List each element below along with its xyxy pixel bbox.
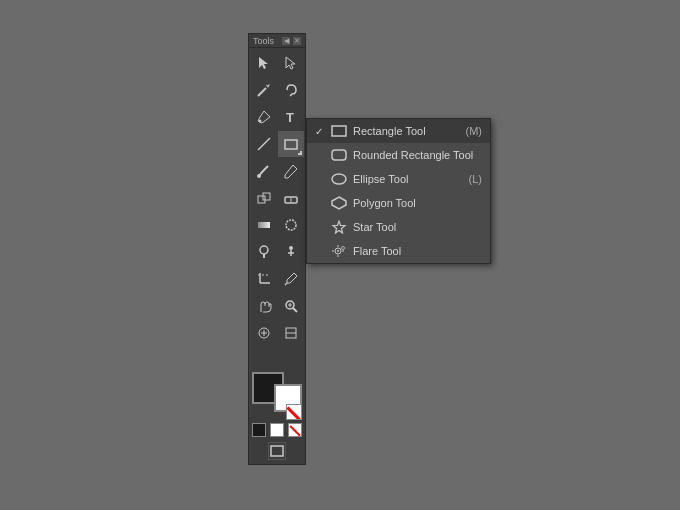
tool-pen[interactable] bbox=[251, 104, 277, 130]
star-tool-label: Star Tool bbox=[353, 221, 476, 233]
svg-point-41 bbox=[342, 247, 345, 250]
svg-rect-30 bbox=[332, 126, 346, 136]
svg-point-15 bbox=[289, 246, 293, 250]
svg-line-4 bbox=[258, 138, 270, 150]
tool-magic-wand[interactable] bbox=[251, 77, 277, 103]
svg-line-21 bbox=[285, 283, 287, 285]
flyout-item-rectangle[interactable]: ✓ Rectangle Tool (M) bbox=[307, 119, 490, 143]
rounded-rectangle-icon bbox=[331, 147, 347, 163]
svg-line-0 bbox=[258, 88, 266, 96]
tool-type[interactable]: T bbox=[278, 104, 304, 130]
svg-text:T: T bbox=[286, 110, 294, 125]
close-button[interactable]: ✕ bbox=[293, 37, 301, 45]
flare-icon bbox=[331, 243, 347, 259]
flare-tool-label: Flare Tool bbox=[353, 245, 476, 257]
toolbar-panel: Tools ◀ ✕ T bbox=[248, 33, 306, 465]
toolbar-bottom bbox=[249, 368, 305, 464]
svg-point-6 bbox=[257, 174, 261, 178]
tools-grid: T bbox=[249, 48, 305, 368]
ellipse-tool-shortcut: (L) bbox=[469, 173, 482, 185]
svg-rect-29 bbox=[271, 446, 283, 456]
tool-blur[interactable] bbox=[278, 212, 304, 238]
star-icon bbox=[331, 219, 347, 235]
svg-marker-33 bbox=[332, 197, 346, 209]
flyout-menu: ✓ Rectangle Tool (M) Rounded Rectangle T… bbox=[306, 118, 491, 264]
tool-eyedropper[interactable] bbox=[278, 266, 304, 292]
svg-rect-5 bbox=[285, 140, 297, 149]
tool-pencil[interactable] bbox=[278, 158, 304, 184]
tool-flyout-arrow bbox=[298, 151, 302, 155]
no-color[interactable] bbox=[288, 423, 302, 437]
tool-direct-selection[interactable] bbox=[278, 50, 304, 76]
screen-mode-row bbox=[268, 442, 286, 460]
svg-marker-1 bbox=[266, 84, 270, 88]
svg-rect-31 bbox=[332, 150, 346, 160]
flyout-item-flare[interactable]: Flare Tool bbox=[307, 239, 490, 263]
svg-point-36 bbox=[337, 250, 339, 252]
polygon-icon bbox=[331, 195, 347, 211]
tool-line[interactable] bbox=[251, 131, 277, 157]
flyout-item-polygon[interactable]: Polygon Tool bbox=[307, 191, 490, 215]
svg-point-12 bbox=[286, 220, 296, 230]
rectangle-tool-label: Rectangle Tool bbox=[353, 125, 460, 137]
tool-selection[interactable] bbox=[251, 50, 277, 76]
tool-shape[interactable] bbox=[278, 131, 304, 157]
small-bg-color[interactable] bbox=[270, 423, 284, 437]
tool-hand[interactable] bbox=[251, 293, 277, 319]
svg-rect-11 bbox=[258, 222, 270, 228]
tool-extra1[interactable] bbox=[251, 320, 277, 346]
tool-eraser[interactable] bbox=[278, 185, 304, 211]
tool-dodge[interactable] bbox=[251, 239, 277, 265]
small-fg-color[interactable] bbox=[252, 423, 266, 437]
svg-marker-34 bbox=[333, 221, 345, 233]
collapse-button[interactable]: ◀ bbox=[282, 37, 290, 45]
color-swatch-area bbox=[252, 372, 302, 420]
tool-lasso[interactable] bbox=[278, 77, 304, 103]
rounded-rectangle-tool-label: Rounded Rectangle Tool bbox=[353, 149, 476, 161]
color-small-row bbox=[252, 423, 302, 437]
rectangle-icon bbox=[331, 123, 347, 139]
svg-line-23 bbox=[293, 308, 297, 312]
svg-point-13 bbox=[260, 246, 268, 254]
tool-puppet[interactable] bbox=[278, 239, 304, 265]
rectangle-tool-shortcut: (M) bbox=[466, 125, 483, 137]
toolbar-controls: ◀ ✕ bbox=[282, 37, 301, 45]
tool-brush[interactable] bbox=[251, 158, 277, 184]
ellipse-tool-label: Ellipse Tool bbox=[353, 173, 463, 185]
svg-point-2 bbox=[259, 120, 262, 123]
polygon-tool-label: Polygon Tool bbox=[353, 197, 476, 209]
standard-mode-button[interactable] bbox=[268, 442, 286, 460]
toolbar-title: Tools bbox=[253, 36, 274, 46]
flyout-item-rounded-rectangle[interactable]: Rounded Rectangle Tool bbox=[307, 143, 490, 167]
toolbar-title-bar: Tools ◀ ✕ bbox=[249, 34, 305, 48]
tool-crop[interactable] bbox=[251, 266, 277, 292]
tool-clone[interactable] bbox=[251, 185, 277, 211]
ellipse-icon bbox=[331, 171, 347, 187]
tool-zoom[interactable] bbox=[278, 293, 304, 319]
flyout-item-ellipse[interactable]: Ellipse Tool (L) bbox=[307, 167, 490, 191]
tool-extra2[interactable] bbox=[278, 320, 304, 346]
svg-point-32 bbox=[332, 174, 346, 184]
tool-gradient[interactable] bbox=[251, 212, 277, 238]
checkmark-icon: ✓ bbox=[315, 126, 325, 137]
flyout-item-star[interactable]: Star Tool bbox=[307, 215, 490, 239]
